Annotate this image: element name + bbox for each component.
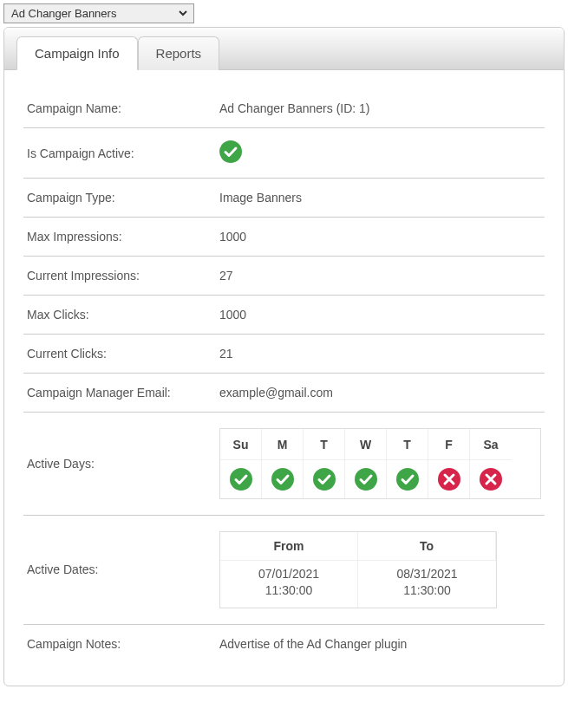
check-circle-icon [355,468,377,491]
label-max-clicks: Max Clicks: [27,308,219,322]
value-max-clicks: 1000 [219,308,541,322]
day-header: F [428,429,470,460]
value-campaign-type: Image Banners [219,191,541,205]
label-current-impressions: Current Impressions: [27,269,219,283]
svg-point-0 [219,140,242,163]
dates-from-header: From [220,532,358,561]
check-circle-icon [396,468,419,491]
row-current-impressions: Current Impressions: 27 [23,257,545,296]
row-max-impressions: Max Impressions: 1000 [23,218,545,257]
value-manager-email: example@gmail.com [219,386,541,400]
check-circle-icon [271,468,294,491]
tabstrip: Campaign Info Reports [4,28,564,70]
value-active-days: SuMTWTFSa [219,428,541,499]
label-manager-email: Campaign Manager Email: [27,386,219,400]
check-circle-icon [219,140,242,163]
row-max-clicks: Max Clicks: 1000 [23,296,545,335]
svg-point-4 [355,468,377,491]
day-status [304,460,345,498]
tab-reports[interactable]: Reports [138,36,220,70]
day-header: Su [220,429,262,460]
label-max-impressions: Max Impressions: [27,230,219,244]
campaign-info-content: Campaign Name: Ad Changer Banners (ID: 1… [4,70,564,686]
day-status [387,460,428,498]
row-campaign-type: Campaign Type: Image Banners [23,179,545,218]
row-active-dates: Active Dates: From To 07/01/2021 11:30:0… [23,516,545,625]
value-current-clicks: 21 [219,347,541,361]
dates-to-value: 08/31/2021 11:30:00 [358,561,496,608]
day-status [428,460,470,498]
campaign-selector[interactable]: Ad Changer Banners [3,3,194,23]
svg-point-1 [230,468,252,491]
row-is-active: Is Campaign Active: [23,128,545,179]
from-date: 07/01/2021 [224,566,354,582]
from-time: 11:30:00 [224,582,354,599]
campaign-selector-select[interactable]: Ad Changer Banners [8,6,190,21]
label-active-days: Active Days: [27,457,219,471]
dates-to-header: To [358,532,496,561]
label-campaign-type: Campaign Type: [27,191,219,205]
dates-from-value: 07/01/2021 11:30:00 [220,561,358,608]
check-circle-icon [230,468,252,491]
day-header: M [262,429,304,460]
value-active-dates: From To 07/01/2021 11:30:00 08/31/2021 1… [219,531,541,608]
row-manager-email: Campaign Manager Email: example@gmail.co… [23,374,545,413]
value-campaign-name: Ad Changer Banners (ID: 1) [219,101,541,115]
day-status [470,460,512,498]
value-campaign-notes: Advertise of the Ad Changer plugin [219,637,541,651]
check-circle-icon [313,468,336,491]
campaign-panel: Campaign Info Reports Campaign Name: Ad … [3,27,565,686]
value-is-active [219,140,541,166]
tab-campaign-info[interactable]: Campaign Info [16,36,138,70]
x-circle-icon [480,468,502,491]
day-header: T [304,429,345,460]
row-current-clicks: Current Clicks: 21 [23,335,545,374]
label-is-active: Is Campaign Active: [27,146,219,160]
value-max-impressions: 1000 [219,230,541,244]
row-active-days: Active Days: SuMTWTFSa [23,413,545,516]
label-active-dates: Active Dates: [27,562,219,576]
day-status [262,460,304,498]
active-dates-grid: From To 07/01/2021 11:30:00 08/31/2021 1… [219,531,497,608]
svg-point-3 [313,468,336,491]
x-circle-icon [438,468,460,491]
day-status [220,460,262,498]
active-days-grid: SuMTWTFSa [219,428,541,499]
row-campaign-name: Campaign Name: Ad Changer Banners (ID: 1… [23,89,545,128]
day-header: W [345,429,387,460]
svg-point-2 [271,468,294,491]
to-time: 11:30:00 [362,582,493,599]
label-campaign-notes: Campaign Notes: [27,637,219,651]
label-current-clicks: Current Clicks: [27,347,219,361]
to-date: 08/31/2021 [362,566,493,582]
label-campaign-name: Campaign Name: [27,101,219,115]
day-status [345,460,387,498]
value-current-impressions: 27 [219,269,541,283]
row-campaign-notes: Campaign Notes: Advertise of the Ad Chan… [23,625,545,663]
day-header: T [387,429,428,460]
svg-point-5 [396,468,419,491]
day-header: Sa [470,429,512,460]
